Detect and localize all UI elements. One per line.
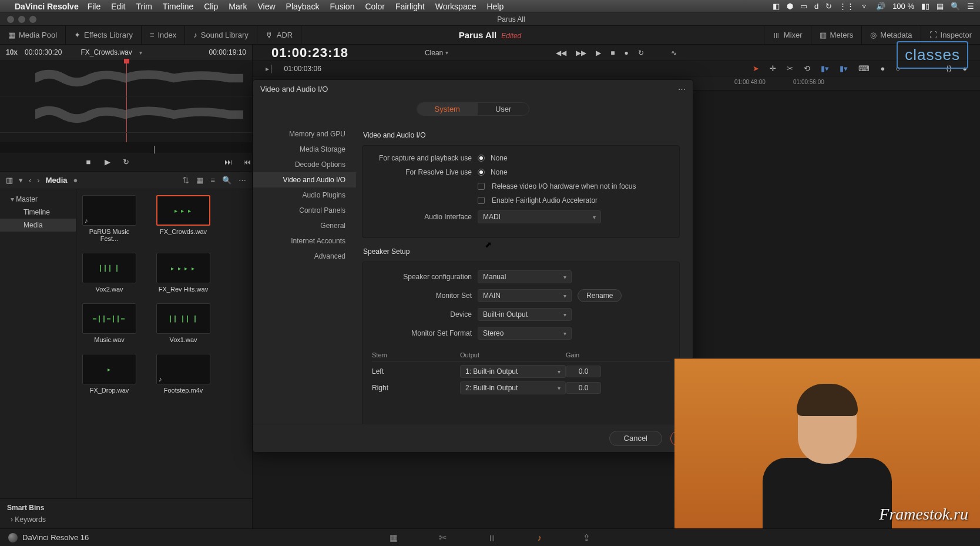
flag-icon[interactable]: ▤ (937, 2, 944, 11)
automation-button[interactable]: ∿ (671, 49, 677, 57)
list-view-button[interactable]: ≡ (210, 176, 215, 185)
menu-icon[interactable]: ☰ (967, 2, 974, 11)
search-button[interactable]: 🔍 (222, 176, 231, 185)
bin-view-icon[interactable]: ▥ (6, 176, 13, 185)
status-tray-icon[interactable]: ◧ (773, 2, 780, 11)
keywords-bin[interactable]: Keywords (7, 515, 245, 524)
link-tool-icon[interactable]: ⟲ (804, 64, 810, 73)
status-tray-icon[interactable]: ▭ (800, 2, 807, 11)
page-deliver-icon[interactable]: ⇪ (583, 532, 590, 543)
menu-fairlight[interactable]: Fairlight (395, 2, 425, 11)
rewind-button[interactable]: ◀◀ (556, 49, 566, 57)
smart-bins-header[interactable]: Smart Bins (7, 504, 245, 512)
nav-video-audio-io[interactable]: Video and Audio I/O (253, 172, 356, 187)
cut-tool-icon[interactable]: ✂ (787, 64, 793, 73)
stop-button[interactable]: ■ (83, 157, 94, 168)
more-button[interactable]: ⋯ (239, 176, 246, 185)
menu-timeline[interactable]: Timeline (163, 2, 193, 11)
grid-view-button[interactable]: ▦ (196, 176, 203, 185)
clip-thumb[interactable]: ┃┃┃ ┃Vox2.wav (82, 253, 136, 293)
page-media-icon[interactable]: ▦ (390, 532, 398, 543)
effects-library-button[interactable]: ✦Effects Library (66, 26, 142, 44)
menu-fusion[interactable]: Fusion (330, 2, 354, 11)
media-pool-button[interactable]: ▦Media Pool (0, 26, 66, 44)
clip-thumb[interactable]: ┃┃ ┃┃ ┃Vox1.wav (156, 303, 210, 343)
marker-tool-icon[interactable]: ✛ (770, 64, 776, 73)
adr-button[interactable]: 🎙ADR (257, 26, 301, 44)
nav-control-panels[interactable]: Control Panels (253, 203, 356, 218)
menu-playback[interactable]: Playback (286, 2, 320, 11)
monitor-set-dropdown[interactable]: MAIN▾ (478, 289, 572, 302)
next-clip-button[interactable]: ⏭ (223, 157, 233, 168)
play-button[interactable]: ▶ (102, 157, 113, 168)
menu-workspace[interactable]: Workspace (435, 2, 476, 11)
menu-file[interactable]: File (88, 2, 101, 11)
menu-edit[interactable]: Edit (111, 2, 125, 11)
rename-monitor-set-button[interactable]: Rename (578, 289, 622, 302)
play-button[interactable]: ▶ (596, 49, 601, 57)
menu-trim[interactable]: Trim (136, 2, 152, 11)
step-forward-icon[interactable]: ▸│ (266, 65, 274, 73)
capture-none-radio[interactable] (478, 155, 485, 162)
audio-interface-dropdown[interactable]: MADI▾ (478, 210, 601, 223)
clean-mode-dropdown[interactable]: Clean (425, 49, 443, 57)
chevron-down-icon[interactable]: ▾ (19, 176, 23, 185)
status-tray-icon[interactable]: ⬢ (787, 2, 793, 11)
device-dropdown[interactable]: Built-in Output▾ (478, 308, 572, 321)
tab-user[interactable]: User (478, 103, 529, 115)
record-button[interactable]: ● (625, 49, 629, 57)
release-io-checkbox[interactable] (478, 183, 485, 190)
stop-button[interactable]: ■ (610, 49, 615, 57)
menu-clip[interactable]: Clip (204, 2, 218, 11)
wifi-icon[interactable]: ⋮⋮ (839, 2, 854, 11)
window-close-button[interactable] (7, 16, 14, 23)
dot-icon[interactable]: ● (880, 64, 885, 73)
menu-color[interactable]: Color (365, 2, 384, 11)
fast-forward-button[interactable]: ▶▶ (576, 49, 586, 57)
fairlight-accel-checkbox[interactable] (478, 197, 485, 204)
page-cut-icon[interactable]: ✄ (439, 532, 447, 543)
nav-audio-plugins[interactable]: Audio Plugins (253, 187, 356, 203)
clip-thumb[interactable]: ♪PaRUS Music Fest... (82, 195, 136, 242)
volume-icon[interactable]: 🔊 (876, 2, 885, 11)
zoom-level[interactable]: 10x (6, 48, 18, 56)
loop-button[interactable]: ↻ (121, 157, 132, 168)
more-options-button[interactable]: ⋯ (678, 85, 686, 93)
menu-help[interactable]: Help (486, 2, 504, 11)
clip-thumb[interactable]: ▸FX_Drop.wav (82, 354, 136, 394)
battery-pct[interactable]: 100 % (892, 2, 914, 11)
loop-button[interactable]: ↻ (638, 49, 644, 57)
clip-thumb[interactable]: ▸ ▸ ▸FX_Crowds.wav (156, 195, 210, 242)
sound-library-button[interactable]: ♪Sound Library (185, 26, 257, 44)
sort-button[interactable]: ⇅ (183, 176, 189, 185)
nav-advanced[interactable]: Advanced (253, 249, 356, 264)
menu-view[interactable]: View (257, 2, 275, 11)
stem-left-gain-input[interactable]: 0.0 (566, 366, 601, 377)
clip-thumb[interactable]: ━┃┃━┃┃━Music.wav (82, 303, 136, 343)
window-minimize-button[interactable] (18, 16, 25, 23)
nav-back-button[interactable]: ‹ (29, 176, 31, 185)
nav-decode[interactable]: Decode Options (253, 157, 356, 172)
bin-tree-timeline[interactable]: Timeline (0, 206, 76, 219)
page-fairlight-icon[interactable]: ♪ (538, 532, 542, 543)
nav-internet[interactable]: Internet Accounts (253, 233, 356, 249)
bin-tree-master[interactable]: Master (0, 193, 76, 206)
cancel-button[interactable]: Cancel (609, 431, 662, 446)
clip-thumb[interactable]: ♪Footstep.m4v (156, 354, 210, 394)
clip-name-label[interactable]: FX_Crowds.wav (80, 48, 132, 56)
pointer-tool-icon[interactable]: ➤ (753, 64, 759, 73)
menu-mark[interactable]: Mark (229, 2, 247, 11)
nav-memory[interactable]: Memory and GPU (253, 126, 356, 142)
wifi-icon[interactable]: ᯤ (861, 2, 869, 11)
speaker-config-dropdown[interactable]: Manual▾ (478, 270, 572, 283)
status-tray-icon[interactable]: d (814, 2, 818, 11)
stem-right-gain-input[interactable]: 0.0 (566, 382, 601, 394)
mixer-button[interactable]: ⫼Mixer (764, 26, 811, 44)
flag-a-icon[interactable]: ▮▾ (821, 64, 829, 73)
format-dropdown[interactable]: Stereo▾ (478, 327, 572, 340)
stem-right-output-dropdown[interactable]: 2: Built-in Output▾ (460, 381, 566, 394)
nav-forward-button[interactable]: › (37, 176, 39, 185)
live-none-radio[interactable] (478, 169, 485, 176)
clip-thumb[interactable]: ▸ ▸ ▸ ▸FX_Rev Hits.wav (156, 253, 210, 293)
status-tray-icon[interactable]: ↻ (825, 2, 832, 11)
